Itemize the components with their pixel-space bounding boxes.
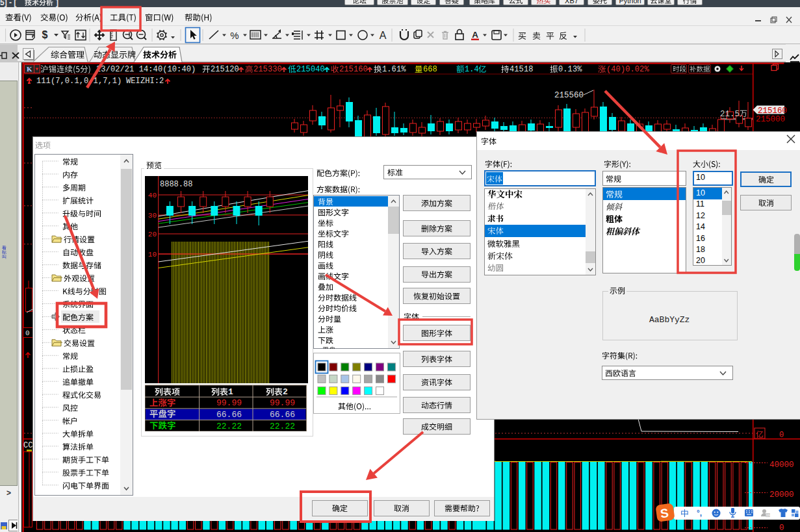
svg-text:30: 30 bbox=[148, 212, 157, 220]
svg-text:99.99: 99.99 bbox=[270, 398, 295, 408]
svg-text:66.66: 66.66 bbox=[216, 410, 242, 420]
svg-text:215160: 215160 bbox=[758, 107, 787, 116]
svg-text:%: % bbox=[230, 30, 239, 41]
svg-text:40: 40 bbox=[148, 192, 157, 199]
svg-text:99.99: 99.99 bbox=[216, 398, 242, 408]
svg-text:215000: 215000 bbox=[756, 115, 785, 124]
svg-text:20000: 20000 bbox=[769, 490, 794, 500]
svg-text:20: 20 bbox=[148, 231, 157, 238]
svg-text:8888.88: 8888.88 bbox=[160, 180, 192, 189]
svg-text:A: A bbox=[380, 30, 387, 41]
svg-text:66.66: 66.66 bbox=[270, 410, 295, 420]
svg-text:A: A bbox=[472, 30, 478, 40]
svg-text:40000: 40000 bbox=[769, 461, 794, 470]
svg-text:22.22: 22.22 bbox=[270, 422, 295, 431]
svg-text:10: 10 bbox=[148, 251, 157, 259]
svg-text:0: 0 bbox=[779, 524, 784, 532]
svg-text:0: 0 bbox=[779, 431, 784, 440]
svg-text:19: 19 bbox=[766, 513, 770, 517]
svg-text:21.5: 21.5 bbox=[720, 110, 740, 119]
svg-text:215560: 215560 bbox=[554, 91, 584, 100]
svg-text:22.22: 22.22 bbox=[216, 422, 242, 431]
